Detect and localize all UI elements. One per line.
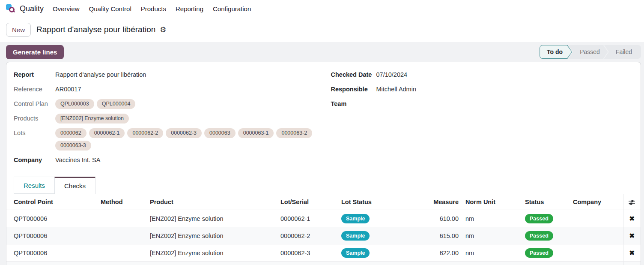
passed-badge: Passed (525, 248, 553, 258)
lot-tag[interactable]: 0000063 (204, 128, 236, 138)
cell-lot-status[interactable]: Sample (340, 210, 419, 227)
cell-lot-serial[interactable]: 0000062-1 (279, 210, 340, 227)
cell-product[interactable]: [ENZ002] Enzyme solution (148, 210, 279, 227)
cell-lot-status[interactable]: Sample (340, 262, 419, 265)
lot-tag[interactable]: 0000062-3 (166, 128, 202, 138)
col-lot-status[interactable]: Lot Status (340, 194, 419, 210)
delete-row-icon[interactable]: ✖ (629, 249, 635, 256)
cell-lot-status[interactable]: Sample (340, 244, 419, 262)
nav-item-products[interactable]: Products (136, 1, 171, 16)
generate-lines-button[interactable]: Generate lines (6, 45, 64, 59)
table-row-partial[interactable]: Sample Passed ✖ (6, 262, 641, 265)
status-step-passed[interactable]: Passed (568, 45, 608, 59)
cell-status[interactable]: Passed (523, 262, 571, 265)
cell-norm-unit[interactable]: nm (459, 244, 523, 262)
cell-delete: ✖ (623, 210, 641, 227)
sample-badge: Sample (341, 214, 370, 223)
field-control-plan-label: Control Plan (14, 99, 55, 109)
lot-tag[interactable]: 0000063-1 (238, 128, 274, 138)
cell-norm-unit[interactable] (459, 262, 523, 265)
col-product[interactable]: Product (148, 194, 279, 210)
cell-company[interactable] (571, 244, 623, 262)
tab-checks[interactable]: Checks (54, 177, 95, 194)
cell-company[interactable] (571, 262, 623, 265)
cell-control-point[interactable] (6, 262, 99, 265)
col-control-point[interactable]: Control Point (6, 194, 99, 210)
status-step-passed-label: Passed (580, 48, 600, 55)
field-report-label: Report (14, 70, 55, 80)
field-team: Team (331, 99, 641, 109)
table-row[interactable]: QPT000006 [ENZ002] Enzyme solution 00000… (6, 227, 641, 244)
control-plan-tag[interactable]: QPL000004 (97, 99, 136, 109)
table-row[interactable]: QPT000006 [ENZ002] Enzyme solution 00000… (6, 210, 641, 227)
col-status[interactable]: Status (523, 194, 571, 210)
col-lot-serial[interactable]: Lot/Serial (279, 194, 340, 210)
cell-control-point[interactable]: QPT000006 (6, 210, 99, 227)
nav-item-configuration[interactable]: Configuration (208, 1, 256, 16)
cell-product[interactable]: [ENZ002] Enzyme solution (148, 227, 279, 244)
nav-item-overview[interactable]: Overview (48, 1, 84, 16)
cell-status[interactable]: Passed (523, 210, 571, 227)
field-products: Products [ENZ002] Enzyme solution (14, 114, 324, 123)
cell-product[interactable] (148, 262, 279, 265)
lot-tag[interactable]: 0000063-3 (55, 141, 91, 151)
nav-item-reporting[interactable]: Reporting (171, 1, 208, 16)
col-company[interactable]: Company (571, 194, 623, 210)
cell-method[interactable] (99, 244, 148, 262)
cell-method[interactable] (99, 210, 148, 227)
control-plan-tag[interactable]: QPL000003 (55, 99, 94, 109)
cell-measure[interactable]: 610.00 (419, 210, 459, 227)
optional-columns-cell (623, 194, 641, 210)
field-responsible-value[interactable]: Mitchell Admin (376, 84, 416, 94)
lot-tag[interactable]: 0000062 (55, 128, 86, 138)
lots-tags: 0000062 0000062-1 0000062-2 0000062-3 00… (55, 128, 321, 151)
delete-row-icon[interactable]: ✖ (629, 232, 635, 239)
col-measure[interactable]: Measure (419, 194, 459, 210)
cell-lot-serial[interactable]: 0000062-3 (279, 244, 340, 262)
field-reference-value[interactable]: AR00017 (55, 84, 81, 94)
delete-row-icon[interactable]: ✖ (629, 215, 635, 222)
cell-control-point[interactable]: QPT000006 (6, 227, 99, 244)
cell-company[interactable] (571, 210, 623, 227)
cell-measure[interactable] (419, 262, 459, 265)
status-step-failed[interactable]: Failed (604, 45, 641, 59)
cell-status[interactable]: Passed (523, 244, 571, 262)
lot-tag[interactable]: 0000062-1 (89, 128, 125, 138)
quality-app-icon[interactable] (6, 4, 16, 14)
lot-tag[interactable]: 0000063-2 (276, 128, 312, 138)
form-fields: Report Rapport d'analyse pour libération… (6, 70, 641, 170)
checks-table: Control Point Method Product Lot/Serial … (6, 194, 641, 265)
field-team-label: Team (331, 99, 376, 109)
cell-measure[interactable]: 615.00 (419, 227, 459, 244)
nav-item-quality-control[interactable]: Quality Control (84, 1, 136, 16)
control-plan-tags: QPL000003 QPL000004 (55, 99, 135, 109)
field-report-value[interactable]: Rapport d'analyse pour libération (55, 70, 146, 80)
gear-icon[interactable]: ⚙ (160, 26, 166, 33)
cell-lot-status[interactable]: Sample (340, 227, 419, 244)
cell-product[interactable]: [ENZ002] Enzyme solution (148, 244, 279, 262)
cell-norm-unit[interactable]: nm (459, 227, 523, 244)
lot-tag[interactable]: 0000062-2 (127, 128, 163, 138)
cell-status[interactable]: Passed (523, 227, 571, 244)
cell-measure[interactable]: 622.00 (419, 244, 459, 262)
cell-control-point[interactable]: QPT000006 (6, 244, 99, 262)
sliders-icon[interactable] (628, 199, 635, 205)
col-norm-unit[interactable]: Norm Unit (459, 194, 523, 210)
table-row[interactable]: QPT000006 [ENZ002] Enzyme solution 00000… (6, 244, 641, 262)
status-step-todo[interactable]: To do (540, 45, 572, 59)
status-step-todo-label: To do (547, 48, 563, 55)
cell-norm-unit[interactable]: nm (459, 210, 523, 227)
product-tag[interactable]: [ENZ002] Enzyme solution (55, 114, 129, 123)
field-checked-date-value[interactable]: 07/10/2024 (376, 70, 408, 80)
field-products-label: Products (14, 114, 55, 123)
field-control-plan: Control Plan QPL000003 QPL000004 (14, 99, 324, 109)
cell-lot-serial[interactable]: 0000062-2 (279, 227, 340, 244)
cell-method[interactable] (99, 227, 148, 244)
field-company-value[interactable]: Vaccines Int. SA (55, 155, 100, 165)
tab-results[interactable]: Results (14, 177, 54, 194)
cell-method[interactable] (99, 262, 148, 265)
cell-company[interactable] (571, 227, 623, 244)
col-method[interactable]: Method (99, 194, 148, 210)
app-name[interactable]: Quality (20, 4, 44, 13)
cell-lot-serial[interactable] (279, 262, 340, 265)
